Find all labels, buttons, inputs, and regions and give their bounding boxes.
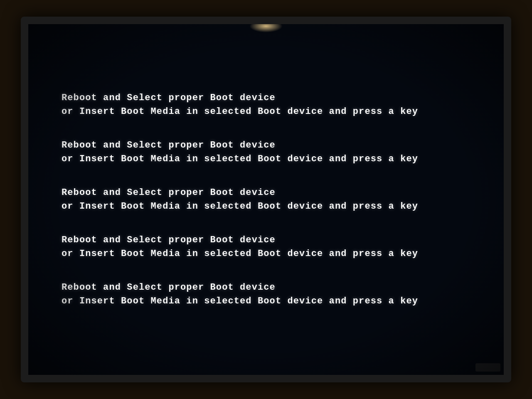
monitor-frame: Reboot and Select proper Boot deviceor I… [21,17,511,382]
boot-message-group-1: Reboot and Select proper Boot deviceor I… [62,91,470,118]
bios-screen: Reboot and Select proper Boot deviceor I… [28,24,504,375]
boot-line-1-5: Reboot and Select proper Boot device [62,281,470,294]
boot-line-1-1: Reboot and Select proper Boot device [62,91,470,105]
boot-line-2-3: or Insert Boot Media in selected Boot de… [62,200,470,213]
monitor-logo [475,363,500,372]
boot-line-1-2: Reboot and Select proper Boot device [62,138,470,152]
boot-line-2-2: or Insert Boot Media in selected Boot de… [62,152,470,166]
boot-line-1-4: Reboot and Select proper Boot device [62,233,470,247]
monitor-bezel: Reboot and Select proper Boot deviceor I… [28,24,504,375]
boot-message-group-2: Reboot and Select proper Boot deviceor I… [62,138,470,166]
boot-line-2-5: or Insert Boot Media in selected Boot de… [62,294,470,308]
boot-line-2-4: or Insert Boot Media in selected Boot de… [62,247,470,261]
boot-line-2-1: or Insert Boot Media in selected Boot de… [62,105,470,118]
boot-message-group-4: Reboot and Select proper Boot deviceor I… [62,233,470,261]
boot-message-group-3: Reboot and Select proper Boot deviceor I… [62,186,470,213]
boot-message-group-5: Reboot and Select proper Boot deviceor I… [62,281,470,308]
boot-line-1-3: Reboot and Select proper Boot device [62,186,470,200]
